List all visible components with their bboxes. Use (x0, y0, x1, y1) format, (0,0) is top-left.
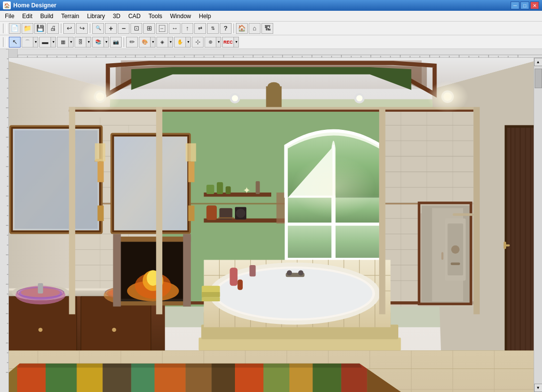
menu-terrain[interactable]: Terrain (57, 11, 83, 22)
maximize-button[interactable]: □ (520, 1, 529, 9)
connect-tool[interactable]: ⊕ (205, 37, 216, 48)
svg-rect-243 (230, 268, 237, 286)
menu-window[interactable]: Window (166, 11, 195, 22)
window-controls: ─ □ ✕ (511, 1, 539, 9)
cabinet-dropdown[interactable]: ▾ (86, 37, 91, 48)
menu-edit[interactable]: Edit (18, 11, 36, 22)
arrow-up-button[interactable]: ↑ (181, 23, 193, 34)
right-scrollbar: ▲ ▼ (534, 58, 542, 392)
menu-tools[interactable]: Tools (145, 11, 166, 22)
scroll-track[interactable] (534, 66, 542, 384)
svg-rect-182 (188, 205, 195, 221)
svg-rect-323 (69, 107, 76, 314)
save-tool-group: 📚 ▾ (92, 37, 109, 48)
record-tool[interactable]: REC (222, 37, 234, 48)
svg-rect-144 (69, 110, 474, 112)
scroll-thumb[interactable] (535, 69, 542, 88)
menu-3d[interactable]: 3D (109, 11, 124, 22)
texture-dropdown[interactable]: ▾ (168, 37, 173, 48)
paint-tool[interactable]: 🎨 (139, 37, 151, 48)
help-button[interactable]: ? (220, 23, 232, 34)
top-ruler (9, 49, 542, 58)
sep3 (233, 24, 234, 33)
pencil-tool[interactable]: ✏ (126, 37, 138, 48)
library-dropdown[interactable]: ▾ (104, 37, 109, 48)
toolbar1-grip (3, 24, 7, 33)
print-button[interactable]: 🖨 (47, 23, 59, 34)
zoom-select-button[interactable]: ↔ (156, 23, 168, 34)
menu-library[interactable]: Library (83, 11, 109, 22)
undo-button[interactable]: ↩ (63, 23, 75, 34)
svg-rect-241 (202, 292, 220, 297)
svg-point-203 (236, 209, 245, 218)
svg-rect-255 (451, 263, 460, 265)
menu-file[interactable]: File (1, 11, 18, 22)
svg-point-111 (356, 95, 362, 101)
svg-rect-204 (218, 218, 234, 219)
texture-tool[interactable]: ◈ (156, 37, 168, 48)
arc-tool-group: ⌒ ▾ (22, 37, 38, 48)
house-view-button[interactable]: 🏠 (236, 23, 248, 34)
svg-text:✦: ✦ (243, 185, 251, 196)
svg-rect-180 (186, 143, 196, 161)
room-render: ✦ (9, 58, 534, 392)
hand-tool[interactable]: ✋ (174, 37, 186, 48)
record-dropdown[interactable]: ▾ (234, 37, 239, 48)
svg-rect-189 (116, 237, 191, 242)
3d-view-button[interactable]: 🏗 (261, 23, 273, 34)
hand-dropdown[interactable]: ▾ (186, 37, 191, 48)
camera-tool[interactable]: 📷 (110, 37, 122, 48)
svg-rect-196 (226, 186, 231, 194)
roof-view-button[interactable]: ⌂ (249, 23, 260, 34)
zoom-out-button[interactable]: − (118, 23, 129, 34)
wall-dropdown[interactable]: ▾ (51, 37, 56, 48)
room-tool[interactable]: ▦ (57, 37, 69, 48)
scroll-down-button[interactable]: ▼ (534, 384, 542, 392)
select-tool[interactable]: ↖ (9, 37, 21, 48)
move-tool[interactable]: ⊹ (192, 37, 204, 48)
menu-cad[interactable]: CAD (124, 11, 144, 22)
viewport[interactable]: ✦ (9, 58, 542, 392)
library-tool[interactable]: 📚 (92, 37, 104, 48)
minimize-button[interactable]: ─ (511, 1, 519, 9)
svg-rect-170 (15, 130, 98, 229)
zoom-fit-button[interactable]: ⊡ (130, 23, 142, 34)
zoom-in-button[interactable]: + (105, 23, 117, 34)
hand-tool-group: ✋ ▾ (174, 37, 191, 48)
menu-help[interactable]: Help (195, 11, 215, 22)
toolbar2: ↖ ⌒ ▾ ▬ ▾ ▦ ▾ 🗄 ▾ 📚 ▾ 📷 ✏ 🎨 ▾ ◈ ▾ ✋ ▾ ⊹ … (0, 35, 542, 49)
svg-rect-267 (504, 242, 506, 249)
zoom-real-button[interactable]: 🔍 (92, 23, 104, 34)
menu-build[interactable]: Build (36, 11, 57, 22)
close-button[interactable]: ✕ (530, 1, 539, 9)
svg-rect-198 (256, 181, 259, 194)
svg-rect-194 (206, 185, 214, 194)
svg-point-109 (232, 95, 238, 101)
sep4 (124, 37, 124, 47)
new-button[interactable]: 📄 (9, 23, 21, 34)
object2-button[interactable]: ⇅ (207, 23, 219, 34)
connect-dropdown[interactable]: ▾ (216, 37, 221, 48)
arc-tool[interactable]: ⌒ (22, 37, 33, 48)
bathroom-scene: ✦ (9, 58, 534, 392)
sep1 (61, 24, 61, 33)
svg-rect-325 (379, 107, 386, 314)
cabinet-tool[interactable]: 🗄 (75, 37, 86, 48)
object-button[interactable]: ⇄ (194, 23, 206, 34)
room-dropdown[interactable]: ▾ (69, 37, 74, 48)
svg-point-322 (292, 156, 375, 219)
svg-marker-319 (17, 364, 362, 368)
orbit-button[interactable]: ↔ (169, 23, 181, 34)
save-button[interactable]: 💾 (34, 23, 46, 34)
paint-dropdown[interactable]: ▾ (151, 37, 155, 48)
svg-rect-165 (38, 283, 43, 294)
wall-tool[interactable]: ▬ (39, 37, 51, 48)
svg-rect-192 (183, 234, 191, 307)
scroll-up-button[interactable]: ▲ (534, 58, 542, 66)
redo-button[interactable]: ↪ (76, 23, 88, 34)
svg-rect-326 (473, 107, 480, 314)
arc-dropdown[interactable]: ▾ (33, 37, 38, 48)
zoom-all-button[interactable]: ⊞ (143, 23, 155, 34)
open-button[interactable]: 📁 (22, 23, 33, 34)
svg-rect-176 (98, 161, 104, 182)
